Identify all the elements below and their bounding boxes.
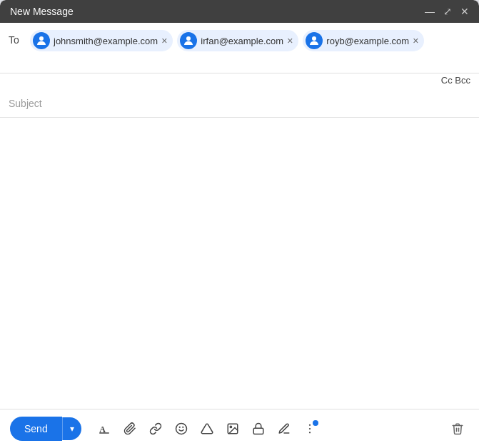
avatar: [306, 32, 323, 49]
notification-dot: [313, 420, 318, 426]
recipient-email: johnsmith@example.com: [54, 36, 158, 46]
maximize-button[interactable]: ⤢: [443, 6, 452, 17]
minimize-button[interactable]: —: [425, 6, 435, 17]
svg-rect-10: [253, 428, 263, 434]
subject-input[interactable]: [9, 98, 470, 109]
more-options-button[interactable]: [298, 417, 321, 440]
to-label: To: [9, 34, 23, 46]
subject-row: [0, 90, 479, 118]
delete-button[interactable]: [446, 417, 469, 440]
svg-point-11: [309, 424, 311, 426]
svg-point-1: [186, 36, 191, 41]
svg-point-9: [230, 426, 231, 427]
close-button[interactable]: ✕: [460, 6, 469, 17]
drive-button[interactable]: [196, 417, 218, 440]
send-button-group: Send ▾: [10, 417, 81, 441]
svg-point-13: [309, 432, 311, 433]
send-button[interactable]: Send: [10, 417, 62, 441]
cc-bcc-button[interactable]: Cc Bcc: [441, 73, 470, 90]
send-dropdown-button[interactable]: ▾: [62, 417, 81, 440]
compose-window: New Message — ⤢ ✕ To johnsmith@example.c…: [0, 0, 479, 448]
toolbar: Send ▾ A: [0, 409, 479, 448]
chevron-down-icon: ▾: [70, 424, 74, 434]
photo-button[interactable]: [221, 417, 244, 440]
avatar: [180, 32, 197, 49]
svg-point-12: [309, 428, 311, 429]
remove-recipient-button[interactable]: ×: [161, 36, 167, 46]
recipient-chip: johnsmith@example.com ×: [30, 30, 173, 51]
avatar: [33, 32, 50, 49]
recipient-chip: royb@example.com ×: [303, 30, 424, 51]
link-button[interactable]: [144, 417, 167, 440]
recipients-area: johnsmith@example.com × irfan@example.co…: [30, 30, 470, 67]
message-textarea[interactable]: [9, 126, 470, 400]
svg-point-0: [39, 36, 44, 41]
message-body[interactable]: [0, 118, 479, 409]
remove-recipient-button[interactable]: ×: [287, 36, 293, 46]
window-title: New Message: [10, 6, 74, 17]
confidential-button[interactable]: [247, 417, 270, 440]
format-text-button[interactable]: A: [93, 417, 116, 440]
emoji-button[interactable]: [170, 417, 193, 440]
svg-point-5: [176, 424, 186, 434]
remove-recipient-button[interactable]: ×: [413, 36, 418, 46]
recipient-email: irfan@example.com: [201, 36, 283, 46]
recipient-email: royb@example.com: [326, 36, 409, 46]
to-row: To johnsmith@example.com × irfan@example…: [0, 23, 479, 73]
to-input[interactable]: [30, 56, 155, 67]
compose-body: To johnsmith@example.com × irfan@example…: [0, 23, 479, 448]
cc-bcc-row: Cc Bcc: [0, 73, 479, 90]
signature-button[interactable]: [273, 417, 296, 440]
attach-button[interactable]: [119, 417, 141, 440]
svg-point-2: [312, 36, 316, 41]
recipient-chip: irfan@example.com ×: [177, 30, 298, 51]
window-controls: — ⤢ ✕: [425, 6, 469, 17]
title-bar: New Message — ⤢ ✕: [0, 0, 479, 23]
